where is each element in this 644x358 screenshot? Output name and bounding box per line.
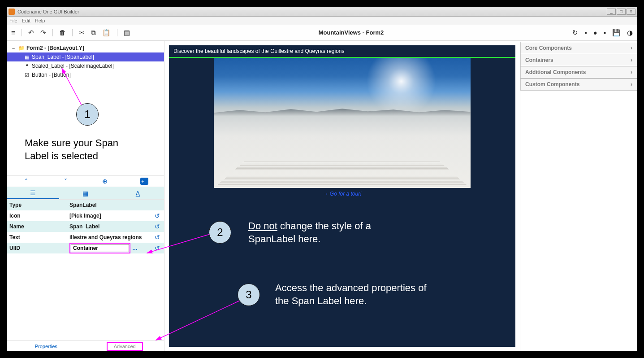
prop-tab-grid[interactable]: ▦: [59, 187, 112, 199]
prop-key: Icon: [7, 213, 69, 219]
image-icon[interactable]: ▪: [604, 29, 606, 36]
tree-item-span-label[interactable]: ▦ Span_Label - [SpanLabel]: [7, 52, 164, 61]
app-icon: [9, 9, 15, 15]
chevron-right-icon: ›: [631, 81, 632, 87]
toolbar-right: ↻ ▪ ● ▪ 💾 ◑: [572, 29, 633, 37]
prop-row-uiid[interactable]: UIID … ↺: [7, 243, 164, 253]
component-tree: – 📁 Form2 - [BoxLayout.Y] ▦ Span_Label -…: [7, 41, 164, 175]
palette-label: Additional Components: [525, 69, 586, 75]
left-panel: – 📁 Form2 - [BoxLayout.Y] ▦ Span_Label -…: [7, 41, 164, 351]
delete-icon[interactable]: 🗑: [59, 29, 66, 36]
menu-icon[interactable]: ≡: [11, 29, 15, 36]
save-icon[interactable]: 💾: [612, 29, 621, 37]
uiid-input[interactable]: [71, 244, 129, 252]
folder-icon: 📁: [18, 45, 25, 51]
toolbar-title: MountainViews - Form2: [130, 29, 573, 36]
refresh-icon[interactable]: ↻: [572, 29, 578, 37]
tour-label: Go for a tour!: [330, 191, 362, 197]
tab-advanced[interactable]: Advanced: [86, 341, 164, 351]
palette-containers[interactable]: Containers ›: [520, 54, 637, 66]
palette-custom-components[interactable]: Custom Components ›: [520, 78, 637, 91]
property-grid: Type SpanLabel Icon [Pick Image] ↺ Name …: [7, 200, 164, 341]
record-icon[interactable]: ●: [593, 29, 597, 36]
menu-edit[interactable]: Edit: [22, 18, 30, 23]
arrow-right-icon: →: [323, 191, 328, 197]
move-down-icon[interactable]: ˅: [46, 176, 86, 187]
scaled-image-preview[interactable]: [214, 58, 470, 188]
span-label-banner[interactable]: Discover the beautiful landscapes of the…: [169, 45, 515, 58]
tab-properties[interactable]: Properties: [7, 341, 86, 351]
snapshot-icon[interactable]: ▪: [584, 29, 587, 36]
collapse-icon[interactable]: –: [10, 45, 17, 51]
prop-tab-list[interactable]: ☰: [7, 187, 59, 199]
component-palette: Core Components › Containers › Additiona…: [520, 41, 637, 351]
prop-val[interactable]: illestre and Queyras regions: [69, 234, 151, 240]
new-icon[interactable]: ＋: [125, 176, 164, 187]
list-icon[interactable]: ▤: [124, 29, 130, 37]
bottom-tabs: Properties Advanced: [7, 341, 164, 351]
prop-val[interactable]: …: [69, 243, 151, 253]
prop-row-icon[interactable]: Icon [Pick Image] ↺: [7, 210, 164, 221]
copy-icon[interactable]: ⧉: [91, 29, 96, 37]
prop-row-name[interactable]: Name Span_Label ↺: [7, 221, 164, 232]
window-title: Codename One GUI Builder: [17, 9, 79, 14]
uiid-highlight: [69, 243, 130, 253]
minimize-button[interactable]: _: [607, 9, 616, 15]
palette-label: Custom Components: [525, 81, 579, 87]
grid-icon: ▦: [24, 54, 30, 60]
redo-icon[interactable]: ↷: [40, 29, 46, 37]
revert-icon[interactable]: ↺: [151, 234, 164, 241]
prop-val[interactable]: [Pick Image]: [69, 213, 151, 219]
quote-icon: ❝: [24, 63, 30, 69]
close-button[interactable]: ×: [627, 9, 635, 15]
toolbar-left: ≡ ↶ ↷ 🗑 ✂ ⧉ 📋 ▤: [11, 29, 130, 37]
tour-button[interactable]: → Go for a tour!: [169, 188, 515, 200]
move-up-icon[interactable]: ˄: [7, 176, 46, 187]
tree-root-label: Form2 - [BoxLayout.Y]: [26, 45, 84, 51]
palette-label: Containers: [525, 57, 553, 63]
toolbar: ≡ ↶ ↷ 🗑 ✂ ⧉ 📋 ▤ MountainViews - Form2 ↻ …: [7, 25, 637, 41]
chevron-right-icon: ›: [631, 69, 632, 75]
property-tabs: ☰ ▦ A: [7, 187, 164, 200]
canvas-wrap: Discover the beautiful landscapes of the…: [164, 41, 520, 351]
cut-icon[interactable]: ✂: [79, 29, 85, 37]
tree-item-scaled-label[interactable]: ❝ Scaled_Label - [ScaleImageLabel]: [7, 61, 164, 70]
prop-key: Name: [7, 223, 69, 230]
check-icon: ☑: [24, 72, 30, 78]
revert-icon[interactable]: ↺: [151, 223, 164, 230]
tree-item-label: Button - [Button]: [32, 72, 71, 78]
tree-toolbar: ˄ ˅ ⊕ ＋: [7, 175, 164, 187]
prop-tab-text[interactable]: A: [112, 187, 164, 199]
tree-item-label: Span_Label - [SpanLabel]: [32, 54, 94, 60]
menu-bar: File Edit Help: [7, 17, 637, 25]
device-canvas[interactable]: Discover the beautiful landscapes of the…: [169, 45, 515, 347]
tree-item-button[interactable]: ☑ Button - [Button]: [7, 70, 164, 79]
undo-icon[interactable]: ↶: [28, 29, 34, 37]
tree-item-label: Scaled_Label - [ScaleImageLabel]: [32, 63, 114, 69]
prop-row-text[interactable]: Text illestre and Queyras regions ↺: [7, 232, 164, 243]
chevron-right-icon: ›: [631, 45, 632, 51]
menu-file[interactable]: File: [9, 18, 17, 23]
paste-icon[interactable]: 📋: [102, 29, 111, 37]
prop-val[interactable]: Span_Label: [69, 223, 151, 230]
prop-row-type: Type SpanLabel: [7, 200, 164, 210]
prop-key: UIID: [7, 245, 69, 251]
window-controls: _ □ ×: [607, 9, 635, 15]
settings-icon[interactable]: ◑: [627, 29, 633, 37]
palette-additional-components[interactable]: Additional Components ›: [520, 66, 637, 79]
revert-icon[interactable]: ↺: [151, 244, 164, 252]
menu-help[interactable]: Help: [35, 18, 45, 23]
app-window: Codename One GUI Builder _ □ × File Edit…: [7, 7, 637, 351]
maximize-button[interactable]: □: [617, 9, 626, 15]
add-icon[interactable]: ⊕: [86, 176, 125, 187]
tree-root[interactable]: – 📁 Form2 - [BoxLayout.Y]: [7, 44, 164, 52]
palette-label: Core Components: [525, 45, 572, 51]
prop-key: Text: [7, 234, 69, 240]
more-icon[interactable]: …: [132, 245, 138, 251]
palette-core-components[interactable]: Core Components ›: [520, 42, 637, 54]
title-bar: Codename One GUI Builder _ □ ×: [7, 7, 637, 17]
revert-icon[interactable]: ↺: [151, 212, 164, 219]
prop-key: Type: [7, 202, 69, 208]
main-area: – 📁 Form2 - [BoxLayout.Y] ▦ Span_Label -…: [7, 41, 637, 351]
prop-val: SpanLabel: [69, 202, 151, 208]
